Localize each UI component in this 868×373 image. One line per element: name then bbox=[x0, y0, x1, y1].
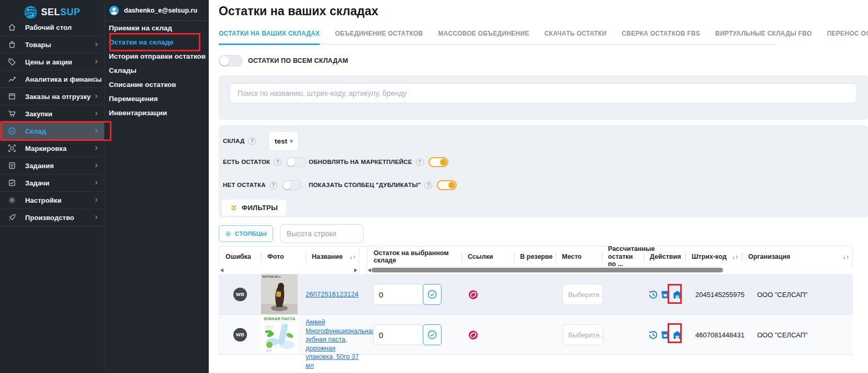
storefront-icon[interactable] bbox=[660, 290, 670, 300]
all-warehouses-toggle[interactable] bbox=[219, 55, 243, 67]
show-duplicates-help-icon[interactable]: ? bbox=[424, 181, 432, 189]
column-header-place: Место bbox=[556, 247, 602, 267]
product-name-link[interactable]: 26072516123124 bbox=[306, 290, 358, 298]
sidebar-item-marking[interactable]: Маркировка› bbox=[0, 140, 104, 157]
sidebar-item-tasks[interactable]: Задачи› bbox=[0, 174, 104, 192]
has-stock-help-icon[interactable]: ? bbox=[274, 158, 281, 166]
chevron-right-icon: › bbox=[95, 91, 98, 101]
logo-text: SELSUP bbox=[41, 7, 80, 18]
submenu-item-stock-writeoff[interactable]: Списание остатков bbox=[105, 78, 209, 92]
submenu-item-inventories[interactable]: Инвентаризации bbox=[105, 106, 209, 120]
sidebar-item-label: Настройки bbox=[25, 196, 62, 204]
scroll-right-arrow[interactable] bbox=[354, 268, 357, 272]
show-duplicates-toggle[interactable] bbox=[437, 180, 457, 190]
sidebar-item-warehouse[interactable]: Склад› bbox=[0, 123, 104, 140]
sidebar-item-prices[interactable]: Цены и акции› bbox=[0, 53, 104, 71]
column-header-label: Штрих-код bbox=[685, 253, 727, 260]
chevron-right-icon: › bbox=[95, 108, 98, 118]
stock-quantity-input[interactable] bbox=[373, 324, 423, 345]
show-duplicates-label: ПОКАЗАТЬ СТОЛБЕЦ "ДУБЛИКАТЫ" bbox=[309, 182, 421, 188]
storefront-icon[interactable] bbox=[660, 330, 670, 340]
sidebar-item-shipping-orders[interactable]: Заказы на отгрузку› bbox=[0, 88, 104, 105]
stocks-table: ОшибкаФотоНазвание↓ ↑ Остаток на выбранн… bbox=[219, 246, 853, 354]
row-height-input[interactable] bbox=[280, 224, 364, 243]
sidebar-item-production[interactable]: Производство› bbox=[0, 209, 104, 226]
place-select-placeholder: Выберите ... bbox=[568, 331, 603, 339]
search-input[interactable] bbox=[230, 83, 857, 103]
confirm-stock-button[interactable] bbox=[423, 284, 442, 305]
sidebar-item-label: Склад bbox=[25, 127, 46, 135]
warehouse-icon[interactable] bbox=[672, 290, 682, 300]
scroll-left-arrow[interactable] bbox=[368, 268, 371, 272]
organization-value: ООО "СЕЛСАП" bbox=[757, 291, 808, 299]
sidebar-item-jobs[interactable]: Задания› bbox=[0, 157, 104, 174]
no-stock-toggle[interactable] bbox=[282, 180, 302, 190]
scroll-left-arrow[interactable] bbox=[220, 268, 223, 272]
no-stock-label: НЕТ ОСТАТКА bbox=[223, 182, 266, 188]
product-name-link[interactable]: Амвей Многофункциональная зубная паста, … bbox=[306, 318, 359, 370]
scan-icon bbox=[8, 144, 16, 152]
update-marketplace-label: ОБНОВЛЯТЬ НА МАРКЕТПЛЕЙСЕ bbox=[309, 159, 412, 165]
history-icon[interactable] bbox=[648, 330, 658, 340]
sort-icons[interactable]: ↓ ↑ bbox=[732, 254, 738, 260]
warehouse-icon[interactable] bbox=[672, 330, 682, 340]
place-select[interactable]: Выберите ... bbox=[562, 324, 603, 345]
product-photo[interactable]: ИНТАЖ 80-х bbox=[261, 274, 298, 314]
sidebar-item-products[interactable]: Товары› bbox=[0, 36, 104, 53]
tab-transfer[interactable]: ПЕРЕНОС ОСТАТКОВ bbox=[827, 30, 868, 44]
sidebar-item-purchases[interactable]: Закупки› bbox=[0, 105, 104, 123]
sidebar-item-dashboard[interactable]: Рабочий стол bbox=[0, 19, 104, 36]
sort-icons[interactable]: ↓ ↑ bbox=[350, 254, 355, 260]
confirm-stock-button[interactable] bbox=[423, 324, 442, 345]
submenu-item-movements[interactable]: Перемещения bbox=[105, 92, 209, 106]
submenu-item-stock-on-warehouse[interactable]: Остатки на складе bbox=[105, 35, 209, 49]
tab-fbs-check[interactable]: СВЕРКА ОСТАТКОВ FBS bbox=[622, 30, 700, 44]
tab-fbo-virtual[interactable]: ВИРТУАЛЬНЫЕ СКЛАДЫ FBO bbox=[715, 30, 812, 44]
warehouse-select[interactable]: test ▾ bbox=[268, 131, 299, 151]
barcode-value: 2045145255975 bbox=[695, 291, 745, 299]
has-stock-toggle[interactable] bbox=[286, 157, 306, 167]
submenu-item-stock-send-history[interactable]: История отправки остатков bbox=[105, 49, 209, 63]
tab-mass-merge[interactable]: МАССОВОЕ ОБЪЕДИНЕНИЕ bbox=[438, 30, 529, 44]
submenu-item-receiving[interactable]: Приемки на склад bbox=[105, 21, 209, 35]
place-select[interactable]: Выберите ... bbox=[562, 284, 603, 305]
has-stock-label: ЕСТЬ ОСТАТОК bbox=[223, 159, 270, 165]
update-marketplace-toggle[interactable] bbox=[429, 157, 448, 167]
app-logo: SELSUP bbox=[0, 4, 104, 20]
stock-quantity-input[interactable] bbox=[373, 284, 423, 305]
place-select-placeholder: Выберите ... bbox=[568, 291, 603, 299]
history-icon[interactable] bbox=[648, 290, 658, 300]
product-photo[interactable]: ЗУБНАЯ ПАСТА bbox=[261, 315, 298, 354]
update-marketplace-help-icon[interactable]: ? bbox=[416, 158, 424, 166]
ozon-link-icon[interactable] bbox=[468, 290, 478, 300]
warehouse-submenu: dashenko_e@selsup.ru Приемки на складОст… bbox=[104, 0, 209, 373]
account-header[interactable]: dashenko_e@selsup.ru bbox=[105, 0, 209, 21]
ozon-link-icon[interactable] bbox=[468, 330, 478, 340]
sidebar-item-label: Рабочий стол bbox=[25, 24, 72, 31]
row-right-pane: Выберите ... bbox=[368, 274, 853, 314]
column-header-calc: Рассчитанные остатки по ... bbox=[602, 247, 644, 267]
column-header-org[interactable]: Организация↓ ↑ bbox=[742, 247, 853, 267]
tab-stocks[interactable]: ОСТАТКИ НА ВАШИХ СКЛАДАХ bbox=[219, 30, 320, 45]
filters-button[interactable]: ФИЛЬТРЫ bbox=[222, 200, 286, 216]
chevron-right-icon: › bbox=[95, 194, 98, 205]
chevron-right-icon: › bbox=[95, 142, 98, 153]
search-panel bbox=[219, 75, 868, 120]
column-header-name[interactable]: Название↓ ↑ bbox=[306, 247, 359, 267]
photo-caption: ЗУБНАЯ ПАСТА bbox=[261, 316, 298, 321]
tab-merge[interactable]: ОБЪЕДИНЕНИЕ ОСТАТКОВ bbox=[335, 30, 423, 44]
sidebar-item-settings[interactable]: Настройки› bbox=[0, 192, 104, 209]
warehouse-help-icon[interactable]: ? bbox=[248, 137, 256, 145]
no-stock-help-icon[interactable]: ? bbox=[269, 181, 277, 189]
columns-button[interactable]: СТОЛБЦЫ bbox=[219, 225, 273, 242]
column-header-barcode[interactable]: Штрих-код↓ ↑ bbox=[685, 247, 742, 267]
sidebar-item-analytics[interactable]: Аналитика и финансы› bbox=[0, 71, 104, 88]
submenu-item-warehouses[interactable]: Склады bbox=[105, 63, 209, 78]
column-header-label: Фото bbox=[261, 253, 284, 260]
bag-icon bbox=[8, 40, 16, 49]
home-icon bbox=[8, 23, 16, 31]
rocket-icon bbox=[8, 213, 16, 222]
sort-icons[interactable]: ↓ ↑ bbox=[843, 254, 849, 260]
scrollbar-thumb[interactable] bbox=[371, 268, 723, 272]
tab-download[interactable]: СКАЧАТЬ ОСТАТКИ bbox=[544, 30, 606, 44]
